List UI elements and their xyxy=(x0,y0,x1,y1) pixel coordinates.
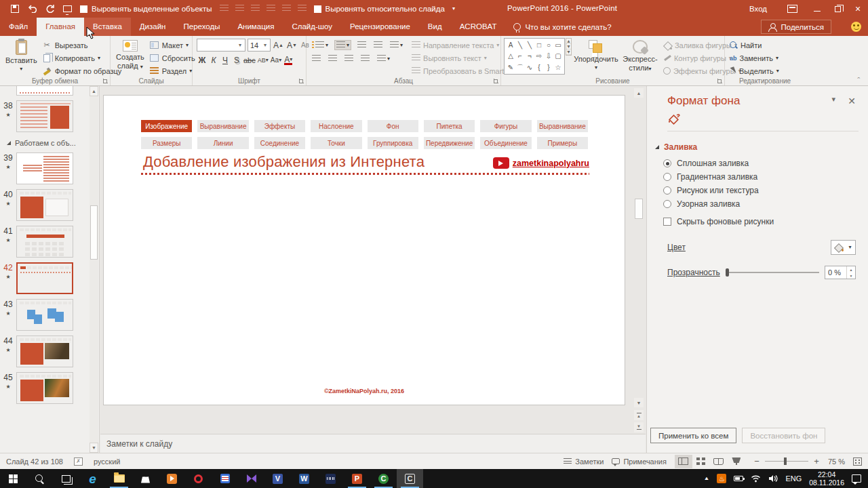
powerpoint-button[interactable]: P xyxy=(344,469,370,488)
slide-button[interactable]: Эффекты xyxy=(254,120,305,132)
restore-button[interactable] xyxy=(827,0,848,18)
qat-customize-icon[interactable]: ▾ xyxy=(452,6,455,12)
bold-button[interactable]: Ж xyxy=(197,54,208,66)
font-color-button[interactable]: А▾ xyxy=(283,54,294,66)
language-indicator[interactable]: русский xyxy=(94,458,120,466)
fill-option[interactable]: Градиентная заливка xyxy=(663,172,868,182)
slide-scrollbar[interactable]: ▲ ▼ ▲ ▼ xyxy=(634,88,644,434)
battery-icon[interactable] xyxy=(734,476,743,481)
section-button[interactable]: Раздел▾ xyxy=(147,65,197,77)
slide-thumbnail[interactable] xyxy=(16,189,73,221)
taskbar-search-button[interactable] xyxy=(26,469,53,488)
shape-icon[interactable]: △ xyxy=(506,51,515,61)
shape-icon[interactable]: ⇨ xyxy=(534,51,544,61)
bullets-button[interactable]: ▾ xyxy=(311,41,330,49)
transparency-spinner[interactable]: ▲▼ xyxy=(825,266,856,279)
slide-button[interactable]: Размеры xyxy=(141,137,192,149)
collapse-ribbon-icon[interactable]: ⌃ xyxy=(856,77,861,82)
word-button[interactable]: W xyxy=(291,469,317,488)
save-icon[interactable] xyxy=(9,4,20,14)
visio-button[interactable]: V xyxy=(264,469,291,488)
scroll-up-icon[interactable]: ▲ xyxy=(634,88,644,98)
slide-thumbnail[interactable] xyxy=(16,336,73,367)
numbering-button[interactable]: ▾ xyxy=(334,40,351,50)
feedback-smiley-icon[interactable] xyxy=(851,22,861,32)
decrease-indent-button[interactable] xyxy=(356,41,368,49)
slide-thumbnail[interactable] xyxy=(16,100,73,132)
arrange-button[interactable]: Упорядочить ▾ xyxy=(572,38,620,77)
undo-icon[interactable] xyxy=(27,4,37,14)
shapes-gallery-scroll[interactable]: ▲ ▼ ▼ xyxy=(566,38,572,56)
ribbon-tab[interactable]: Рецензирование xyxy=(341,18,419,36)
slide-button[interactable]: Передвижение xyxy=(424,137,475,149)
shape-icon[interactable]: ¬ xyxy=(525,51,534,61)
slide-button[interactable]: Пипетка xyxy=(424,120,475,132)
fill-section-header[interactable]: Заливка xyxy=(655,142,868,152)
slide-button[interactable]: Фигуры xyxy=(480,120,531,132)
checkbox-icon[interactable] xyxy=(663,218,671,226)
slide-sorter-view-button[interactable] xyxy=(692,455,710,468)
file-explorer-button[interactable] xyxy=(106,469,132,488)
fill-option[interactable]: Рисунок или текстура xyxy=(663,186,868,195)
shape-icon[interactable]: □ xyxy=(534,40,544,50)
shape-icon[interactable]: { xyxy=(534,62,544,73)
gallery-more-icon[interactable]: ▼ xyxy=(566,49,571,55)
decrease-font-size-button[interactable]: А▼ xyxy=(286,39,298,51)
slide-thumbnail[interactable] xyxy=(16,262,73,294)
sign-in-button[interactable]: Вход xyxy=(738,5,778,13)
recorder-button[interactable]: C xyxy=(397,469,423,488)
camtasia-button[interactable]: C xyxy=(370,469,397,488)
close-button[interactable]: × xyxy=(848,0,868,18)
transparency-slider[interactable] xyxy=(726,272,819,273)
slide-thumbnail[interactable] xyxy=(16,372,73,404)
font-size-input[interactable] xyxy=(248,40,262,50)
edge-button[interactable]: e xyxy=(79,469,106,488)
increase-font-size-button[interactable]: А▲ xyxy=(273,39,284,51)
fit-to-window-icon[interactable] xyxy=(853,458,862,466)
tray-expand-icon[interactable]: ▲ xyxy=(703,476,709,481)
line-spacing-button[interactable]: ▾ xyxy=(389,41,404,49)
find-button[interactable]: Найти xyxy=(728,39,781,51)
slide-counter[interactable]: Слайд 42 из 108 xyxy=(6,458,63,466)
ribbon-tab[interactable]: ACROBAT xyxy=(451,18,506,36)
shape-icon[interactable]: } xyxy=(544,62,553,73)
dialog-launcher-icon[interactable] xyxy=(299,79,304,83)
movie-maker-button[interactable] xyxy=(238,469,264,488)
ribbon-display-options-icon[interactable] xyxy=(787,5,797,13)
replace-button[interactable]: abЗаменить▾ xyxy=(728,52,781,64)
slide-button[interactable]: Изображение xyxy=(141,120,192,132)
slide-button[interactable]: Группировка xyxy=(368,137,418,149)
layout-button[interactable]: Макет▾ xyxy=(147,39,197,51)
section-header[interactable]: Работаем с объ... xyxy=(7,139,90,147)
dialog-launcher-icon[interactable] xyxy=(494,79,498,83)
ribbon-tab[interactable]: Слайд-шоу xyxy=(283,18,341,36)
step-up-icon[interactable]: ▲ xyxy=(847,266,855,272)
slide-button[interactable]: Выравнивание xyxy=(197,120,248,132)
zoom-level[interactable]: 75 % xyxy=(828,458,845,466)
brand-link[interactable]: zametkinapolyahru xyxy=(493,157,589,169)
zoom-in-button[interactable]: + xyxy=(813,456,820,466)
language-tray[interactable]: ENG xyxy=(785,474,802,483)
tray-java-icon[interactable]: ♨ xyxy=(717,474,726,483)
app-button[interactable] xyxy=(212,469,238,488)
hide-background-checkbox[interactable]: Скрыть фоновые рисунки xyxy=(663,217,868,226)
align-left-button[interactable] xyxy=(311,54,322,63)
slide-thumbnail-partial[interactable] xyxy=(16,86,73,96)
quick-styles-button[interactable]: Экспресс-стили▾ xyxy=(620,38,660,77)
slide[interactable]: ИзображениеВыравниваниеЭффектыНаслоениеФ… xyxy=(103,95,625,405)
store-button[interactable] xyxy=(132,469,159,488)
comments-toggle[interactable]: Примечания xyxy=(612,458,667,466)
font-size-combobox[interactable]: ▾ xyxy=(248,39,271,52)
checkbox-icon[interactable] xyxy=(80,5,87,13)
wifi-icon[interactable] xyxy=(751,474,761,483)
share-button[interactable]: Поделиться xyxy=(761,20,831,34)
slide-button[interactable]: Наслоение xyxy=(311,120,361,132)
strikethrough-button[interactable]: abc xyxy=(243,54,256,66)
paste-button[interactable]: Вставить ▾ xyxy=(3,38,40,77)
slide-button[interactable]: Соединение xyxy=(254,137,305,149)
scroll-up-icon[interactable]: ▲ xyxy=(90,86,98,96)
task-view-button[interactable] xyxy=(53,469,79,488)
shape-icon[interactable]: ▭ xyxy=(553,40,563,50)
slideshow-view-button[interactable] xyxy=(728,455,745,468)
align-right-button[interactable] xyxy=(343,54,355,63)
